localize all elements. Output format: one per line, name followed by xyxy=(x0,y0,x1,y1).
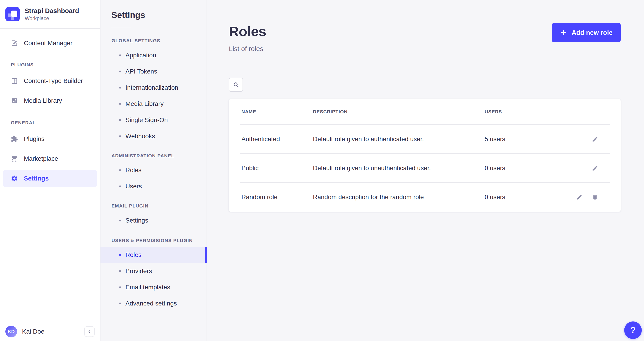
sidebar-footer: KD Kai Doe xyxy=(0,322,100,341)
bullet-icon xyxy=(119,70,121,72)
image-icon xyxy=(11,97,18,104)
subnav-item-label: Single Sign-On xyxy=(126,116,168,124)
bullet-icon xyxy=(119,186,121,187)
bullet-icon xyxy=(119,302,121,304)
table-header-row: NAME DESCRIPTION USERS xyxy=(229,99,620,124)
sidebar-item-plugins[interactable]: Plugins xyxy=(0,129,100,149)
sidebar-item-marketplace[interactable]: Marketplace xyxy=(0,149,100,168)
chevron-left-icon xyxy=(87,329,92,334)
row-actions xyxy=(592,136,598,142)
subnav-item-label: Media Library xyxy=(126,100,164,108)
bullet-icon xyxy=(119,135,121,137)
puzzle-icon xyxy=(11,135,18,142)
table-row-authenticated[interactable]: Authenticated Default role given to auth… xyxy=(229,125,620,153)
role-description: Default role given to unauthenticated us… xyxy=(313,164,485,172)
bullet-icon xyxy=(119,286,121,288)
edit-role-button[interactable] xyxy=(592,165,598,171)
role-users-count: 0 users xyxy=(485,164,592,172)
brand-text: Strapi Dashboard Workplace xyxy=(25,7,79,22)
role-name: Authenticated xyxy=(242,136,313,143)
gear-icon xyxy=(11,175,18,182)
bullet-icon xyxy=(119,254,121,256)
subnav-item-label: Providers xyxy=(126,268,152,275)
subnav-section-email-plugin: EMAIL PLUGIN xyxy=(112,203,206,208)
subnav-item-label: Webhooks xyxy=(126,132,155,140)
subnav-item-label: Email templates xyxy=(126,284,170,291)
role-description: Default role given to authenticated user… xyxy=(313,136,485,143)
workspace-brand[interactable]: Strapi Dashboard Workplace xyxy=(0,0,100,29)
edit-role-button[interactable] xyxy=(576,194,582,200)
nav-section-plugins: PLUGINS xyxy=(0,62,100,68)
subnav-item-email-settings[interactable]: Settings xyxy=(100,212,206,228)
bullet-icon xyxy=(119,169,121,171)
app-title: Strapi Dashboard xyxy=(25,7,79,15)
settings-subnav: Settings GLOBAL SETTINGS Application API… xyxy=(100,0,207,341)
subnav-divider xyxy=(112,28,131,28)
subnav-item-label: Users xyxy=(126,183,142,190)
user-name: Kai Doe xyxy=(22,328,44,335)
sidebar-item-label: Content-Type Builder xyxy=(24,77,83,84)
subnav-item-internationalization[interactable]: Internationalization xyxy=(100,80,206,96)
subnav-item-label: Roles xyxy=(126,251,142,258)
layout-icon xyxy=(11,77,18,84)
bullet-icon xyxy=(119,270,121,272)
column-header-description: DESCRIPTION xyxy=(313,109,485,114)
subnav-section-administration-panel: ADMINISTRATION PANEL xyxy=(112,153,206,158)
bullet-icon xyxy=(119,119,121,121)
subnav-item-label: Internationalization xyxy=(126,84,178,91)
pencil-icon xyxy=(592,136,598,142)
subnav-item-label: API Tokens xyxy=(126,68,157,75)
subnav-item-api-tokens[interactable]: API Tokens xyxy=(100,64,206,80)
plus-icon xyxy=(560,29,567,36)
subnav-item-email-templates[interactable]: Email templates xyxy=(100,279,206,295)
subnav-title: Settings xyxy=(100,0,206,20)
sidebar-item-content-type-builder[interactable]: Content-Type Builder xyxy=(0,71,100,91)
table-row-random-role[interactable]: Random role Random description for the r… xyxy=(229,183,620,211)
subnav-item-admin-users[interactable]: Users xyxy=(100,178,206,194)
add-new-role-label: Add new role xyxy=(572,29,612,36)
subnav-item-single-sign-on[interactable]: Single Sign-On xyxy=(100,112,206,128)
role-users-count: 0 users xyxy=(485,194,576,201)
subnav-item-providers[interactable]: Providers xyxy=(100,263,206,279)
role-name: Random role xyxy=(242,194,313,201)
trash-icon xyxy=(592,194,598,200)
column-header-name: NAME xyxy=(242,109,313,114)
bullet-icon xyxy=(119,87,121,88)
add-new-role-button[interactable]: Add new role xyxy=(552,23,620,42)
search-button[interactable] xyxy=(229,78,243,92)
sidebar-item-media-library[interactable]: Media Library xyxy=(0,91,100,110)
nav-section-general: GENERAL xyxy=(0,120,100,126)
strapi-logo-icon xyxy=(6,7,20,21)
cart-icon xyxy=(11,155,18,162)
sidebar-item-label: Settings xyxy=(24,175,48,182)
role-users-count: 5 users xyxy=(485,136,592,143)
subnav-item-application[interactable]: Application xyxy=(100,47,206,64)
role-name: Public xyxy=(242,164,313,172)
delete-role-button[interactable] xyxy=(592,194,598,200)
main-sidebar: Strapi Dashboard Workplace Content Manag… xyxy=(0,0,100,341)
collapse-sidebar-button[interactable] xyxy=(84,326,95,337)
roles-table: NAME DESCRIPTION USERS Authenticated Def… xyxy=(229,99,620,212)
page-title: Roles xyxy=(229,24,266,39)
sidebar-item-label: Content Manager xyxy=(24,40,72,47)
page-subtitle: List of roles xyxy=(229,45,263,52)
subnav-item-label: Roles xyxy=(126,166,142,174)
search-icon xyxy=(233,82,239,88)
subnav-item-up-roles[interactable]: Roles xyxy=(100,247,206,263)
subnav-item-advanced-settings[interactable]: Advanced settings xyxy=(100,295,206,312)
subnav-item-webhooks[interactable]: Webhooks xyxy=(100,128,206,144)
help-button[interactable]: ? xyxy=(624,322,642,339)
subnav-item-admin-roles[interactable]: Roles xyxy=(100,162,206,178)
main-content: Roles List of roles Add new role NAME DE… xyxy=(207,0,644,341)
edit-role-button[interactable] xyxy=(592,136,598,142)
bullet-icon xyxy=(119,220,121,222)
subnav-item-media-library[interactable]: Media Library xyxy=(100,96,206,112)
bullet-icon xyxy=(119,103,121,105)
table-row-public[interactable]: Public Default role given to unauthentic… xyxy=(229,154,620,182)
column-header-users: USERS xyxy=(485,109,598,114)
row-actions xyxy=(592,165,598,171)
pencil-icon xyxy=(576,194,582,200)
workspace-name: Workplace xyxy=(25,15,79,22)
sidebar-item-content-manager[interactable]: Content Manager xyxy=(0,33,100,53)
sidebar-item-settings[interactable]: Settings xyxy=(3,170,97,187)
